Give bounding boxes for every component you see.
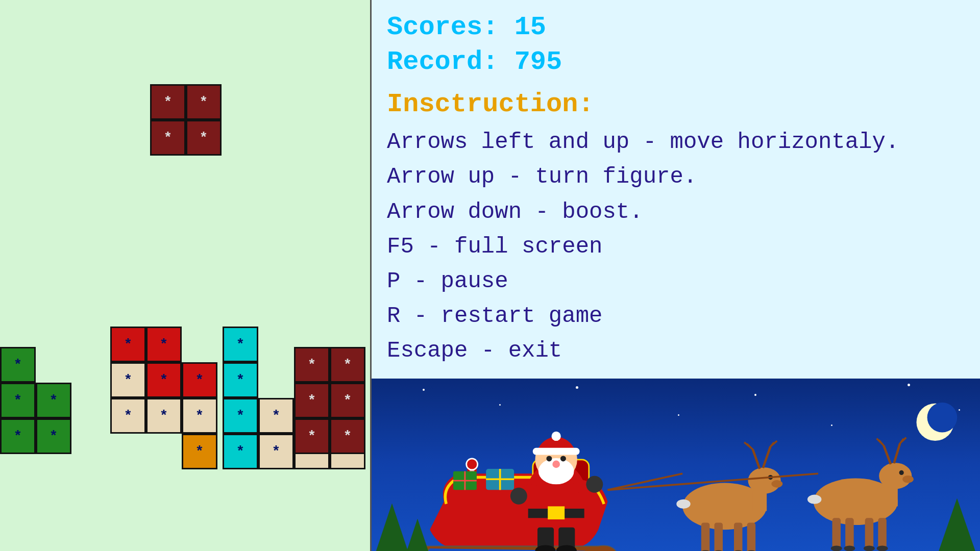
block-cyan-3: * bbox=[223, 434, 258, 469]
instruction-line-0: Arrows left and up - move horizontaly. bbox=[387, 124, 965, 159]
block-dr-4: * bbox=[294, 418, 330, 454]
svg-point-19 bbox=[807, 494, 822, 504]
svg-rect-32 bbox=[715, 522, 723, 551]
instruction-line-3: F5 - full screen bbox=[387, 229, 965, 264]
svg-point-71 bbox=[927, 402, 958, 432]
instruction-line-4: P - pause bbox=[387, 264, 965, 298]
svg-rect-13 bbox=[865, 518, 874, 548]
svg-rect-45 bbox=[548, 506, 565, 519]
svg-rect-33 bbox=[734, 522, 743, 551]
svg-point-15 bbox=[831, 545, 842, 551]
svg-point-52 bbox=[552, 460, 560, 468]
block-cyan-0: * bbox=[223, 327, 258, 362]
svg-rect-11 bbox=[832, 518, 841, 548]
block-b-0: * bbox=[110, 362, 146, 398]
block-b-3: * bbox=[182, 398, 217, 434]
block-dr-0: * bbox=[294, 347, 330, 383]
svg-point-4 bbox=[902, 475, 914, 483]
block-r3-1: * bbox=[36, 418, 71, 454]
block-b-1: * bbox=[110, 398, 146, 434]
svg-point-17 bbox=[864, 545, 875, 551]
block-red-2: * bbox=[146, 362, 182, 398]
record-display: Record: 795 bbox=[387, 45, 965, 80]
svg-line-28 bbox=[763, 446, 771, 468]
svg-point-48 bbox=[552, 431, 561, 440]
svg-rect-12 bbox=[845, 518, 854, 548]
block-dr-5: * bbox=[330, 418, 365, 454]
block-r2-1: * bbox=[36, 383, 71, 418]
instruction-line-1: Arrow up - turn figure. bbox=[387, 159, 965, 194]
svg-point-50 bbox=[546, 456, 552, 461]
instruction-title: Insctruction: bbox=[387, 89, 965, 119]
svg-point-39 bbox=[676, 499, 691, 508]
svg-rect-34 bbox=[747, 522, 756, 551]
svg-point-55 bbox=[510, 487, 527, 504]
star bbox=[908, 384, 910, 386]
block-b-5: * bbox=[258, 434, 294, 469]
star bbox=[576, 386, 578, 389]
block-orange-0: * bbox=[182, 434, 217, 469]
star bbox=[423, 389, 425, 391]
block-b-4: * bbox=[258, 398, 294, 434]
score-display: Scores: 15 bbox=[387, 10, 965, 45]
block-fall-2: * bbox=[150, 120, 186, 156]
svg-point-18 bbox=[877, 545, 888, 551]
block-red-1: * bbox=[146, 327, 182, 362]
block-fall-1: * bbox=[186, 84, 222, 120]
block-dr-2: * bbox=[294, 383, 330, 418]
block-dr-1: * bbox=[330, 347, 365, 383]
info-panel: Scores: 15 Record: 795 Insctruction: Arr… bbox=[372, 0, 980, 551]
block-r2-0: * bbox=[0, 383, 36, 418]
block-cyan-1: * bbox=[223, 362, 258, 398]
svg-rect-47 bbox=[533, 447, 580, 455]
game-board: * * * * * * * * * * * * * * * * * * * * … bbox=[0, 0, 372, 551]
instruction-body: Arrows left and up - move horizontaly. A… bbox=[387, 124, 965, 368]
christmas-scene bbox=[372, 379, 980, 552]
svg-point-51 bbox=[560, 456, 566, 461]
svg-line-5 bbox=[884, 445, 891, 464]
svg-point-24 bbox=[771, 480, 782, 488]
svg-line-8 bbox=[894, 443, 900, 463]
block-fall-0: * bbox=[150, 84, 186, 120]
instruction-section: Insctruction: Arrows left and up - move … bbox=[372, 84, 980, 378]
svg-rect-31 bbox=[701, 522, 710, 551]
block-dr-3: * bbox=[330, 383, 365, 418]
block-b-2: * bbox=[146, 398, 182, 434]
santa-svg bbox=[397, 394, 959, 552]
instruction-line-5: R - restart game bbox=[387, 298, 965, 333]
block-red-0: * bbox=[110, 327, 146, 362]
svg-point-3 bbox=[899, 470, 904, 474]
instruction-line-6: Escape - exit bbox=[387, 333, 965, 368]
svg-line-25 bbox=[753, 449, 760, 469]
star bbox=[959, 409, 960, 411]
instruction-line-2: Arrow down - boost. bbox=[387, 194, 965, 229]
svg-point-56 bbox=[586, 475, 603, 492]
svg-rect-14 bbox=[878, 518, 887, 548]
block-fall-3: * bbox=[186, 120, 222, 156]
block-cyan-2: * bbox=[223, 398, 258, 434]
block-r3-0: * bbox=[0, 418, 36, 454]
block-r1-0: * bbox=[0, 347, 36, 383]
block-red-3: * bbox=[182, 362, 217, 398]
score-section: Scores: 15 Record: 795 bbox=[372, 0, 980, 84]
svg-point-63 bbox=[467, 458, 478, 469]
svg-point-16 bbox=[844, 545, 855, 551]
